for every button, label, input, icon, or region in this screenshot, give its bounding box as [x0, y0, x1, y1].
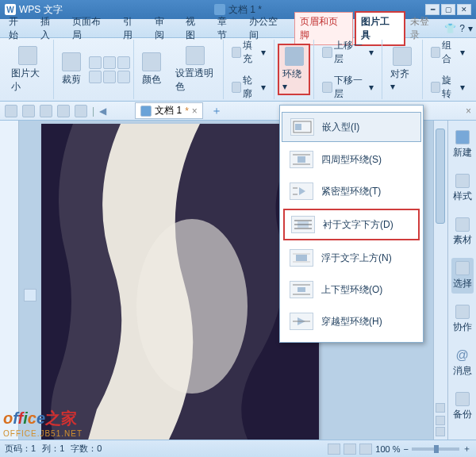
menu-caret-icon[interactable]: ▾: [468, 23, 473, 34]
adjust-icons[interactable]: [89, 56, 130, 83]
tabstrip-close[interactable]: ×: [466, 106, 471, 117]
help-icon[interactable]: ?: [459, 23, 465, 34]
align-icon: [393, 47, 412, 66]
sidepane-backup[interactable]: 备份: [451, 389, 474, 424]
side-pane: 新建 样式 素材 选择 协作 @消息 备份: [447, 121, 476, 440]
wrap-top-bottom[interactable]: 上下型环绕(O): [280, 274, 423, 305]
doc-tab-icon: [140, 106, 152, 117]
wrap-front-icon: [290, 249, 313, 267]
sidepane-select[interactable]: 选择: [451, 258, 474, 294]
sidepane-new[interactable]: 新建: [451, 127, 474, 163]
bring-forward-icon: [322, 47, 332, 58]
window-close-button[interactable]: ✕: [457, 4, 471, 15]
wrap-inline[interactable]: 嵌入型(I): [282, 112, 421, 142]
svg-rect-3: [295, 124, 301, 130]
rotate-button[interactable]: 旋转 ▾: [428, 72, 468, 102]
wrap-icon: [285, 47, 304, 66]
color-button[interactable]: 颜色: [137, 51, 166, 88]
qat-redo-icon[interactable]: [75, 105, 87, 117]
svg-rect-18: [298, 287, 305, 292]
wrap-dropdown: 嵌入型(I) 四周型环绕(S) 紧密型环绕(T) 衬于文字下方(D) 浮于文字上…: [279, 105, 424, 343]
zoom-slider-thumb[interactable]: [434, 445, 439, 453]
doc-title-wrap: 文档 1 *: [214, 3, 262, 17]
doc-tab-label: 文档 1: [155, 104, 182, 117]
watermark: office之家 OFFICE.JB51.NET: [3, 408, 83, 438]
qat-print-icon[interactable]: [22, 105, 35, 117]
zoom-value[interactable]: 100 %: [375, 444, 400, 454]
status-column: 列：1: [42, 443, 64, 455]
sidepane-messages[interactable]: @消息: [451, 345, 474, 381]
svg-rect-4: [298, 156, 305, 163]
select-icon: [455, 261, 470, 275]
rotate-icon: [431, 82, 440, 93]
qat-save-icon[interactable]: [5, 105, 17, 117]
align-button[interactable]: 对齐 ▾: [386, 45, 418, 94]
backup-icon: [455, 392, 470, 406]
zoom-in-button[interactable]: ＋: [463, 443, 471, 455]
skin-icon[interactable]: 👕: [444, 23, 456, 34]
wrap-button[interactable]: 环绕 ▾: [278, 44, 310, 95]
window-minimize-button[interactable]: ━: [425, 4, 440, 15]
wrap-square[interactable]: 四周型环绕(S): [280, 144, 423, 175]
wrap-through[interactable]: 穿越型环绕(H): [280, 305, 423, 337]
collab-icon: [455, 305, 470, 319]
svg-rect-16: [296, 255, 307, 261]
new-icon: [455, 130, 470, 144]
status-bar: 页码：1 列：1 字数：0 100 % − ＋: [0, 440, 476, 457]
document-tab[interactable]: 文档 1 * ×: [135, 102, 203, 119]
zoom-slider[interactable]: [412, 447, 459, 451]
scrollbar-thumb[interactable]: [436, 129, 445, 224]
materials-icon: [455, 217, 470, 232]
sidepane-styles[interactable]: 样式: [451, 171, 474, 206]
wrap-through-icon: [290, 313, 313, 330]
picture-size-icon: [18, 46, 37, 65]
outline-button[interactable]: 轮廓 ▾: [228, 72, 269, 102]
qat-preview-icon[interactable]: [40, 105, 52, 117]
transparency-icon: [186, 46, 205, 65]
transparency-button[interactable]: 设置透明色: [171, 44, 220, 95]
qat-undo-icon[interactable]: [57, 105, 70, 117]
ribbon: 图片大小 裁剪 颜色 设置透明色 填充 ▾ 轮廓 ▾ 环绕 ▾ 上移一层 ▾ 下…: [0, 38, 476, 102]
crop-button[interactable]: 裁剪: [57, 51, 86, 88]
zoom-out-button[interactable]: −: [404, 444, 409, 454]
wrap-square-icon: [290, 151, 313, 168]
wrap-tight-icon: [290, 182, 313, 200]
status-word-count: 字数：0: [71, 443, 102, 455]
doc-tab-star: *: [185, 106, 189, 117]
send-backward-button[interactable]: 下移一层 ▾: [319, 72, 377, 102]
view-outline[interactable]: [344, 444, 356, 455]
wrap-topbottom-icon: [290, 281, 313, 298]
doc-tab-prev[interactable]: ◀: [99, 106, 106, 117]
sidepane-materials[interactable]: 素材: [451, 214, 474, 250]
document-page[interactable]: [41, 124, 319, 440]
wrap-in-front[interactable]: 浮于文字上方(N): [280, 242, 423, 274]
doc-icon: [214, 4, 225, 15]
at-icon: @: [455, 348, 468, 363]
group-icon: [431, 47, 440, 58]
doc-title: 文档 1 *: [228, 3, 262, 17]
fill-icon: [232, 47, 241, 58]
page-up-button[interactable]: [436, 403, 445, 413]
view-web[interactable]: [359, 444, 372, 455]
page-down-button[interactable]: [436, 427, 445, 436]
select-browse-object-button[interactable]: [436, 416, 445, 425]
new-tab-button[interactable]: ＋: [211, 104, 222, 118]
group-button[interactable]: 组合 ▾: [428, 37, 468, 67]
svg-point-1: [136, 219, 248, 394]
wrap-behind-text[interactable]: 衬于文字下方(D): [283, 209, 420, 240]
picture-size-button[interactable]: 图片大小: [6, 44, 50, 95]
wrap-tight[interactable]: 紧密型环绕(T): [280, 175, 423, 207]
view-print-layout[interactable]: [328, 444, 340, 455]
crop-icon: [62, 52, 81, 71]
window-maximize-button[interactable]: ▢: [441, 4, 455, 15]
vertical-scrollbar[interactable]: [433, 121, 447, 440]
doc-tab-close[interactable]: ×: [192, 106, 198, 117]
outline-icon: [232, 82, 241, 93]
color-icon: [142, 52, 161, 71]
styles-icon: [455, 174, 470, 188]
bring-forward-button[interactable]: 上移一层 ▾: [319, 37, 377, 67]
page-break-flag-icon: [24, 289, 36, 301]
fill-button[interactable]: 填充 ▾: [228, 37, 269, 67]
wrap-inline-icon: [290, 118, 314, 136]
sidepane-collab[interactable]: 协作: [451, 301, 474, 337]
